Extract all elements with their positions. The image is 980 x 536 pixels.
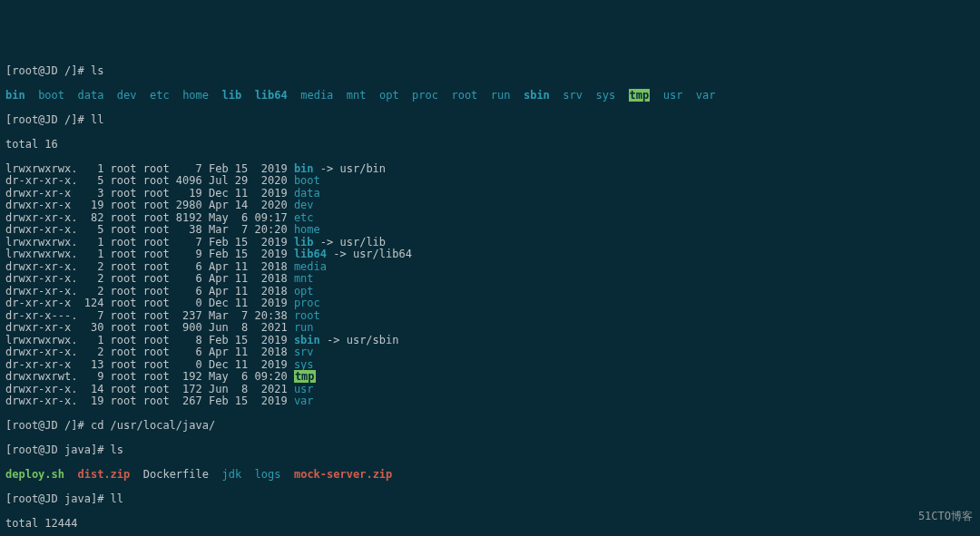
ll-row: dr-xr-xr-x 124 root root 0 Dec 11 2019 p… [5,297,975,310]
file-entry: Dockerfile [143,468,209,481]
command: ll [91,113,103,126]
ll-row: lrwxrwxrwx. 1 root root 7 Feb 15 2019 li… [5,237,975,249]
file-entry: var [294,395,314,407]
prompt: [root@JD /]# [5,64,91,77]
file-entry: deploy.sh [5,468,64,481]
prompt: [root@JD /]# [5,113,91,126]
ll-row: lrwxrwxrwx. 1 root root 7 Feb 15 2019 bi… [5,163,975,176]
file-entry: home [294,223,320,236]
ll-row: drwxr-xr-x. 2 root root 6 Apr 11 2018 sr… [5,346,975,359]
ll-total: total 12444 [5,518,975,531]
ll-row: dr-xr-x---. 7 root root 237 Mar 7 20:38 … [5,310,975,323]
file-entry: run [294,321,314,334]
prompt-line: [root@JD /]# ls [5,65,975,78]
terminal-output[interactable]: [root@JD /]# ls bin boot data dev etc ho… [5,53,975,536]
file-entry: data [294,187,320,200]
ll-row: lrwxrwxrwx. 1 root root 9 Feb 15 2019 li… [5,249,975,261]
file-entry: sbin [524,89,550,102]
file-entry: usr [663,89,683,102]
ll-row: dr-xr-xr-x 13 root root 0 Dec 11 2019 sy… [5,359,975,372]
ll-output: lrwxrwxrwx. 1 root root 7 Feb 15 2019 bi… [5,163,975,408]
file-entry: opt [379,89,399,102]
file-entry: proc [294,297,320,309]
ll-row: drwxr-xr-x. 2 root root 6 Apr 11 2018 mn… [5,273,975,286]
file-entry: proc [412,89,438,102]
ll-row: drwxr-xr-x 30 root root 900 Jun 8 2021 r… [5,322,975,335]
file-entry: run [491,89,511,102]
file-entry: media [294,260,327,273]
file-entry: dev [294,199,314,211]
file-entry: sbin [294,334,320,346]
ll-row: dr-xr-xr-x. 5 root root 4096 Jul 29 2020… [5,175,975,188]
file-entry: media [300,89,333,102]
file-entry: lib64 [294,248,327,260]
file-entry: logs [255,468,281,481]
prompt-line: [root@JD /]# cd /usr/local/java/ [5,420,975,433]
file-entry: tmp [629,89,651,102]
file-entry: var [696,89,716,102]
file-entry: dist.zip [77,468,130,481]
file-entry: mock-server.zip [294,468,392,481]
file-entry: data [78,89,104,102]
ll-row: drwxr-xr-x. 5 root root 38 Mar 7 20:20 h… [5,224,975,237]
file-entry: jdk [221,468,241,481]
prompt-line: [root@JD /]# ll [5,114,975,127]
file-entry: root [294,309,320,322]
file-entry: srv [563,89,583,102]
ls-output: bin boot data dev etc home lib lib64 med… [5,90,975,102]
file-entry: etc [150,89,170,102]
file-entry: boot [38,89,64,102]
ll-row: lrwxrwxrwx. 1 root root 8 Feb 15 2019 sb… [5,335,975,347]
file-entry: opt [294,285,314,297]
ls-output: deploy.sh dist.zip Dockerfile jdk logs m… [5,469,975,482]
file-entry: lib [222,89,242,102]
prompt: [root@JD /]# [5,419,91,432]
file-entry: sys [294,358,314,371]
file-entry: dev [117,89,137,102]
ll-row: drwxr-xr-x 3 root root 19 Dec 11 2019 da… [5,188,975,200]
command: cd /usr/local/java/ [91,419,215,432]
file-entry: sys [595,89,615,102]
ll-row: drwxr-xr-x. 2 root root 6 Apr 11 2018 op… [5,286,975,298]
file-entry: tmp [294,370,316,383]
file-entry: etc [294,211,314,224]
ll-row: drwxr-xr-x. 14 root root 172 Jun 8 2021 … [5,384,975,396]
prompt-line: [root@JD java]# ll [5,493,975,506]
command: ls [91,64,103,77]
file-entry: mnt [347,89,367,102]
file-entry: lib [294,236,314,249]
ll-row: drwxrwxrwt. 9 root root 192 May 6 09:20 … [5,371,975,384]
file-entry: mnt [294,272,314,285]
file-entry: bin [294,162,314,175]
ll-row: drwxr-xr-x 19 root root 2980 Apr 14 2020… [5,200,975,212]
command: ll [111,492,123,505]
file-entry: usr [294,383,314,395]
file-entry: home [182,89,209,102]
prompt: [root@JD java]# [5,443,111,456]
ll-total: total 16 [5,139,975,151]
file-entry: bin [5,89,25,102]
command: ls [111,443,123,456]
prompt-line: [root@JD java]# ls [5,444,975,457]
file-entry: root [451,89,477,102]
file-entry: srv [294,346,314,358]
ll-row: drwxr-xr-x. 19 root root 267 Feb 15 2019… [5,395,975,408]
prompt: [root@JD java]# [5,492,111,505]
ll-row: drwxr-xr-x. 82 root root 8192 May 6 09:1… [5,212,975,225]
ll-row: drwxr-xr-x. 2 root root 6 Apr 11 2018 me… [5,261,975,274]
file-entry: lib64 [255,89,288,102]
file-entry: boot [294,174,320,187]
